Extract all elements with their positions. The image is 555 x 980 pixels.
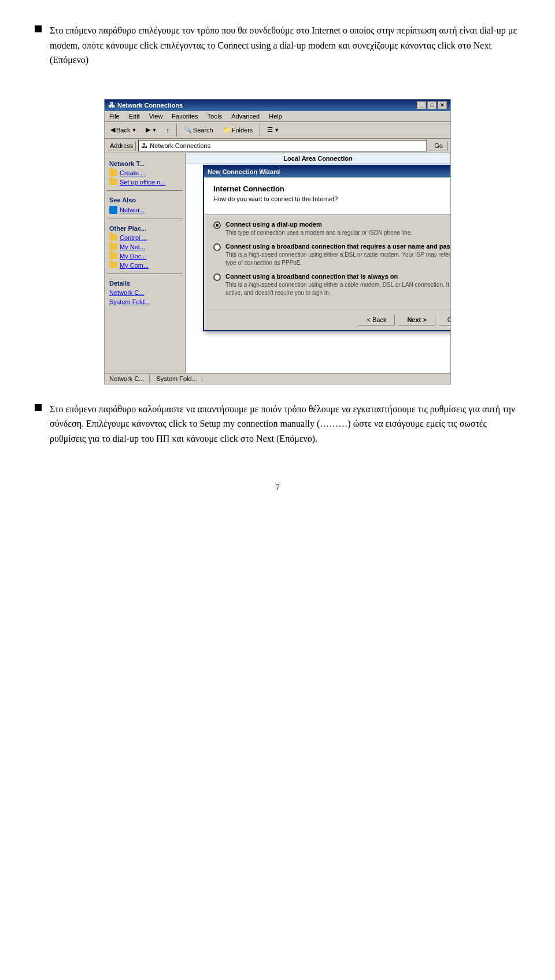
next-wizard-button[interactable]: Next >: [398, 314, 435, 326]
address-icon: 🖧: [141, 142, 147, 149]
left-divider-3: [107, 273, 183, 274]
option-broadband-user-text: Connect using a broadband connection tha…: [225, 243, 450, 267]
menu-edit[interactable]: Edit: [127, 112, 142, 120]
wizard-header: Internet Connection How do you want to c…: [204, 177, 450, 215]
left-item-control[interactable]: Control ...: [105, 233, 185, 242]
create-icon: [109, 169, 117, 176]
wizard-footer: < Back Next > Cancel: [204, 309, 450, 330]
left-item-create-label: Create ...: [120, 169, 146, 176]
address-label: Address: [107, 141, 136, 150]
option-broadband-always-text: Connect using a broadband connection tha…: [225, 273, 450, 297]
up-icon: ↑: [166, 127, 169, 134]
statusbar: Network C... System Fold...: [105, 373, 450, 384]
option-broadband-user-desc: This is a high-speed connection using ei…: [225, 251, 450, 267]
radio-broadband-always[interactable]: [213, 273, 221, 281]
menu-advanced[interactable]: Advanced: [229, 112, 262, 120]
screenshot-container: 🖧 Network Connections _ □ ✕ File Edit Vi…: [104, 99, 451, 384]
option-dialup-desc: This type of connection uses a modem and…: [225, 229, 450, 237]
option-broadband-always-title: Connect using a broadband connection tha…: [225, 273, 450, 280]
left-item-mydoc-label: My Doc...: [120, 253, 146, 260]
status-item-2: System Fold...: [154, 375, 202, 383]
option-dialup[interactable]: Connect using a dial-up modem This type …: [213, 221, 450, 237]
menu-file[interactable]: File: [107, 112, 122, 120]
option-broadband-always[interactable]: Connect using a broadband connection tha…: [213, 273, 450, 297]
page-number: 7: [35, 483, 520, 493]
menu-tools[interactable]: Tools: [205, 112, 225, 120]
left-item-details1-label: Network C...: [109, 289, 145, 296]
left-item-networ[interactable]: Networ...: [105, 205, 185, 215]
window-titlebar: 🖧 Network Connections _ □ ✕: [105, 99, 450, 111]
wizard-header-title: Internet Connection: [213, 184, 338, 193]
go-button[interactable]: Go: [429, 141, 448, 150]
see-also-title: See Also: [105, 194, 185, 205]
wizard-titlebar: New Connection Wizard ✕: [204, 166, 450, 177]
left-item-setup-label: Set up office n...: [120, 179, 165, 186]
window-icon: 🖧: [108, 101, 115, 109]
left-item-details2: System Fold...: [105, 297, 185, 306]
page-content: Στο επόμενο παράθυρο επιλέγουμε τον τρόπ…: [35, 23, 520, 493]
menubar: File Edit View Favorites Tools Advanced …: [105, 111, 450, 122]
status-item-1: Network C...: [107, 375, 150, 383]
win-main: Network T... Create ... Set up office n.…: [105, 153, 450, 373]
folders-label: Folders: [232, 127, 253, 134]
toolbar: ◀ Back ▼ ▶ ▼ ↑ 🔍 Search 📁 Folders: [105, 122, 450, 139]
bullet-square-2: [35, 404, 42, 411]
wizard-header-subtitle: How do you want to connect to the Intern…: [213, 195, 338, 202]
details-title: Details: [105, 278, 185, 288]
bullet-item-1: Στο επόμενο παράθυρο επιλέγουμε τον τρόπ…: [35, 23, 520, 82]
wizard-body: Internet Connection How do you want to c…: [204, 177, 450, 330]
intro-text: Στο επόμενο παράθυρο επιλέγουμε τον τρόπ…: [50, 23, 520, 68]
titlebar-left: 🖧 Network Connections: [108, 101, 183, 109]
search-button[interactable]: 🔍 Search: [180, 124, 217, 135]
option-broadband-user[interactable]: Connect using a broadband connection tha…: [213, 243, 450, 267]
search-label: Search: [193, 127, 213, 134]
network-tasks-title: Network T...: [105, 158, 185, 168]
mynet-icon: [109, 243, 117, 250]
up-button[interactable]: ↑: [162, 125, 173, 135]
forward-button[interactable]: ▶ ▼: [142, 124, 160, 135]
left-item-create[interactable]: Create ...: [105, 168, 185, 177]
setup-icon: [109, 179, 117, 185]
other-places-title: Other Plac...: [105, 223, 185, 233]
bullet-item-2: Στο επόμενο παράθυρο καλούμαστε να απαντ…: [35, 402, 520, 460]
window-title: Network Connections: [117, 102, 183, 109]
option-dialup-title: Connect using a dial-up modem: [225, 221, 450, 228]
back-label: Back: [116, 127, 130, 134]
maximize-button[interactable]: □: [427, 101, 436, 109]
left-item-mydoc[interactable]: My Doc...: [105, 252, 185, 261]
left-item-mycom[interactable]: My Com...: [105, 261, 185, 270]
back-button[interactable]: ◀ Back ▼: [107, 124, 140, 135]
forward-icon: ▶: [146, 126, 150, 134]
menu-help[interactable]: Help: [267, 112, 284, 120]
menu-favorites[interactable]: Favorites: [169, 112, 200, 120]
radio-broadband-user[interactable]: [213, 243, 221, 251]
left-item-mynet[interactable]: My Net...: [105, 242, 185, 252]
toolbar-separator-2: [260, 124, 260, 136]
left-item-control-label: Control ...: [120, 234, 147, 241]
address-value: Network Connections: [150, 142, 210, 149]
wizard-options: Connect using a dial-up modem This type …: [204, 215, 450, 309]
left-item-setup[interactable]: Set up office n...: [105, 177, 185, 187]
win-controls[interactable]: _ □ ✕: [417, 101, 447, 109]
radio-dialup[interactable]: [213, 221, 221, 229]
option-broadband-user-title: Connect using a broadband connection tha…: [225, 243, 450, 250]
back-icon: ◀: [110, 126, 115, 134]
wizard-header-text: Internet Connection How do you want to c…: [213, 184, 338, 202]
close-button[interactable]: ✕: [438, 101, 447, 109]
explorer-bar: Local Area Connection: [186, 153, 450, 164]
forward-arrow: ▼: [151, 127, 157, 133]
address-field[interactable]: 🖧 Network Connections: [138, 140, 427, 151]
back-wizard-button[interactable]: < Back: [358, 314, 395, 326]
back-arrow: ▼: [131, 127, 136, 133]
left-item-mycom-label: My Com...: [120, 262, 149, 269]
cancel-wizard-button[interactable]: Cancel: [439, 314, 450, 326]
bullet2-text: Στο επόμενο παράθυρο καλούμαστε να απαντ…: [50, 402, 520, 446]
left-item-details1: Network C...: [105, 288, 185, 297]
bullet-square-1: [35, 25, 42, 32]
mycom-icon: [109, 262, 117, 268]
folders-button[interactable]: 📁 Folders: [219, 124, 257, 135]
views-arrow: ▼: [274, 127, 279, 133]
menu-view[interactable]: View: [147, 112, 165, 120]
minimize-button[interactable]: _: [417, 101, 426, 109]
views-button[interactable]: ☰ ▼: [264, 124, 283, 135]
